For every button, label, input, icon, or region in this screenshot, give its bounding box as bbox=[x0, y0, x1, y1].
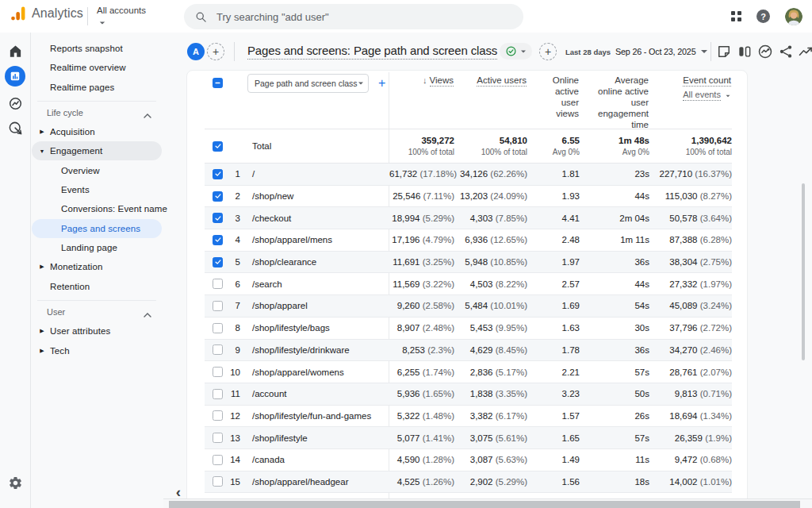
row-checkbox[interactable] bbox=[213, 455, 223, 465]
row-checkbox[interactable] bbox=[213, 433, 223, 443]
nav-home[interactable] bbox=[0, 44, 30, 59]
nav-item-user-attributes[interactable]: ▶ User attributes bbox=[32, 321, 162, 341]
total-label: Total bbox=[240, 141, 389, 151]
account-switcher[interactable]: All accounts bbox=[97, 6, 146, 26]
notes-icon[interactable] bbox=[716, 44, 732, 60]
row-checkbox[interactable] bbox=[213, 476, 223, 487]
check-icon bbox=[214, 236, 222, 244]
explore-icon bbox=[8, 96, 23, 111]
total-active-users: 54,810100% of total bbox=[454, 136, 527, 156]
row-checkbox[interactable] bbox=[213, 235, 223, 245]
nav-item-events[interactable]: Events bbox=[32, 180, 162, 199]
check-icon bbox=[214, 192, 222, 200]
table-row[interactable]: 1/61,732 (17.18%)34,126 (62.26%)1.8123s2… bbox=[205, 164, 732, 186]
search-icon bbox=[195, 11, 207, 23]
check-icon bbox=[214, 142, 222, 150]
nav-section-life-cycle[interactable]: Life cycle bbox=[32, 103, 162, 122]
nav-item-tech[interactable]: ▶ Tech bbox=[32, 341, 162, 360]
event-filter-caret-icon bbox=[726, 95, 730, 97]
horizontal-scrollbar-track[interactable] bbox=[163, 498, 812, 508]
account-switcher-label: All accounts bbox=[97, 6, 146, 15]
table-row[interactable]: 8/shop/lifestyle/bags8,907 (2.48%)5,453 … bbox=[205, 318, 732, 340]
row-checkbox[interactable] bbox=[213, 344, 223, 355]
avatar[interactable] bbox=[785, 8, 802, 25]
event-count-cell: 38,304 (2.75%) bbox=[649, 257, 732, 267]
event-filter[interactable]: All events bbox=[683, 89, 731, 100]
row-checkbox[interactable] bbox=[213, 279, 223, 289]
table-row[interactable]: 2/shop/new25,546 (7.11%)13,203 (24.09%)1… bbox=[205, 186, 732, 208]
row-checkbox[interactable] bbox=[213, 367, 223, 377]
add-metric-button[interactable]: + bbox=[539, 43, 557, 60]
horizontal-scrollbar-thumb[interactable] bbox=[169, 501, 800, 508]
help-icon[interactable]: ? bbox=[756, 10, 770, 23]
nav-admin[interactable] bbox=[0, 475, 30, 491]
nav-item-label: Reports snapshot bbox=[50, 44, 123, 53]
nav-item-pages-and-screens[interactable]: Pages and screens bbox=[32, 219, 162, 238]
row-checkbox[interactable] bbox=[213, 169, 223, 179]
nav-item-monetization[interactable]: ▶ Monetization bbox=[32, 257, 162, 276]
table-row[interactable]: 9/shop/lifestyle/drinkware8,253 (2.3%)4,… bbox=[205, 340, 732, 362]
column-header-views[interactable]: ↓Views bbox=[423, 75, 454, 86]
apps-grid-icon[interactable] bbox=[731, 11, 741, 21]
nav-item-acquisition[interactable]: ▶ Acquisition bbox=[32, 122, 162, 141]
column-header-views-per-user[interactable]: Online active user views bbox=[553, 75, 579, 119]
table-row[interactable]: 7/shop/apparel9,260 (2.58%)5,484 (10.01%… bbox=[205, 295, 732, 318]
property-badge[interactable]: A bbox=[187, 43, 205, 60]
select-all-checkbox[interactable] bbox=[213, 78, 223, 88]
row-checkbox[interactable] bbox=[213, 301, 223, 311]
total-views: 359,272100% of total bbox=[389, 136, 454, 156]
share-icon[interactable] bbox=[778, 44, 794, 60]
insights-icon[interactable] bbox=[757, 44, 773, 60]
table-row[interactable]: 5/shop/clearance11,691 (3.25%)5,948 (10.… bbox=[205, 252, 732, 274]
add-comparison-button[interactable]: + bbox=[207, 43, 224, 60]
row-checkbox[interactable] bbox=[213, 213, 223, 223]
row-checkbox[interactable] bbox=[213, 323, 223, 333]
nav-item-realtime-overview[interactable]: Realtime overview bbox=[32, 58, 162, 77]
analytics-logo[interactable]: Analytics bbox=[11, 6, 83, 21]
table-row[interactable]: 6/search11,569 (3.22%)4,503 (8.22%)2.574… bbox=[205, 273, 732, 295]
table-row[interactable]: 3/checkout18,994 (5.29%)4,303 (7.85%)4.4… bbox=[205, 207, 732, 229]
column-header-event-count[interactable]: Event count All events bbox=[683, 75, 731, 100]
row-checkbox[interactable] bbox=[213, 410, 223, 421]
table-row[interactable]: 14/canada4,590 (1.28%)3,087 (5.63%)1.491… bbox=[205, 449, 732, 471]
nav-item-retention[interactable]: Retention bbox=[32, 277, 162, 296]
vertical-scrollbar[interactable] bbox=[802, 183, 805, 360]
table-row[interactable]: 11/account5,936 (1.65%)1,838 (3.35%)3.23… bbox=[205, 383, 732, 406]
row-checkbox[interactable] bbox=[213, 191, 223, 202]
active-users-cell: 34,126 (62.26%) bbox=[454, 169, 527, 179]
nav-explore[interactable] bbox=[0, 96, 30, 111]
table-row[interactable]: 12/shop/lifestyle/fun-and-games5,322 (1.… bbox=[205, 406, 732, 428]
nav-item-label: Realtime overview bbox=[50, 63, 126, 72]
column-header-engagement-time[interactable]: Average online active user engagement ti… bbox=[598, 75, 649, 130]
nav-item-label: Landing page bbox=[61, 243, 117, 252]
nav-item-conversions[interactable]: Conversions: Event name bbox=[32, 199, 162, 218]
dimension-selector[interactable]: Page path and screen class bbox=[247, 74, 369, 93]
nav-item-landing-page[interactable]: Landing page bbox=[32, 238, 162, 257]
nav-item-realtime-pages[interactable]: Realtime pages bbox=[32, 78, 162, 97]
row-checkbox[interactable] bbox=[213, 389, 223, 399]
table-row[interactable]: 13/shop/lifestyle5,077 (1.41%)3,075 (5.6… bbox=[205, 427, 732, 449]
comparison-icon[interactable] bbox=[737, 44, 753, 60]
report-title[interactable]: Pages and screens: Page path and screen … bbox=[247, 44, 497, 60]
nav-item-overview[interactable]: Overview bbox=[32, 161, 162, 180]
search-input[interactable]: Try searching "add user" bbox=[184, 4, 523, 29]
nav-reports[interactable] bbox=[0, 66, 30, 87]
total-checkbox[interactable] bbox=[213, 141, 223, 152]
nav-item-reports-snapshot[interactable]: Reports snapshot bbox=[32, 39, 162, 58]
nav-section-user[interactable]: User bbox=[32, 302, 162, 321]
views-cell: 5,936 (1.65%) bbox=[389, 389, 454, 398]
report-status-badge[interactable] bbox=[500, 43, 532, 60]
add-dimension-button[interactable]: + bbox=[378, 76, 385, 90]
table-row[interactable]: 10/shop/apparel/womens6,255 (1.74%)2,836… bbox=[205, 361, 732, 383]
event-count-cell: 27,332 (1.97%) bbox=[649, 279, 732, 289]
nav-item-engagement[interactable]: ▼ Engagement bbox=[32, 141, 162, 160]
nav-advertising[interactable] bbox=[0, 121, 30, 136]
table-row[interactable]: 4/shop/apparel/mens17,196 (4.79%)6,936 (… bbox=[205, 229, 732, 252]
gear-icon bbox=[8, 475, 23, 491]
column-header-active-users[interactable]: Active users bbox=[477, 75, 527, 86]
trending-icon[interactable] bbox=[798, 44, 812, 60]
date-range-value[interactable]: Sep 26 - Oct 23, 2025 bbox=[615, 47, 695, 56]
table-row[interactable]: 15/shop/apparel/headgear4,525 (1.26%)2,9… bbox=[205, 471, 732, 494]
page-path: /shop/apparel/womens bbox=[240, 368, 389, 377]
row-checkbox[interactable] bbox=[213, 257, 223, 267]
